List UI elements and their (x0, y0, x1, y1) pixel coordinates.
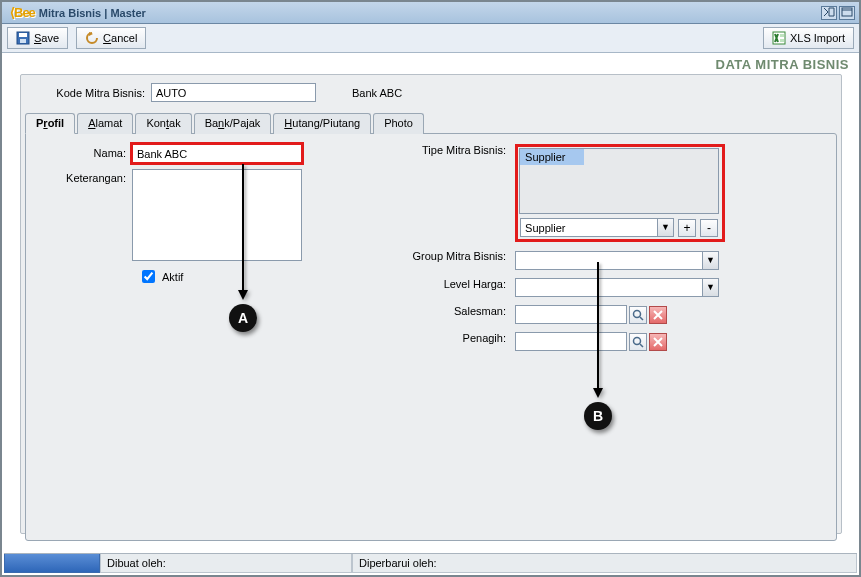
chevron-down-icon: ▼ (702, 252, 718, 269)
tab-hutang-piutang[interactable]: Hutang/Piutang (273, 113, 371, 134)
svg-rect-5 (773, 32, 785, 44)
tipe-add-button[interactable]: + (678, 219, 696, 237)
title-bar: ⟨Bee Mitra Bisnis | Master (2, 2, 859, 24)
entity-name-display: Bank ABC (352, 87, 402, 99)
penagih-clear-button[interactable] (649, 333, 667, 351)
keterangan-label: Keterangan: (36, 169, 132, 184)
tab-alamat[interactable]: Alamat (77, 113, 133, 134)
tab-bank-pajak[interactable]: Bank/Pajak (194, 113, 272, 134)
group-combo[interactable]: ▼ (515, 251, 719, 270)
tipe-listbox[interactable]: Supplier (519, 148, 719, 214)
annotation-arrowhead-b (593, 388, 603, 398)
penagih-label: Penagih: (404, 332, 512, 344)
salesman-label: Salesman: (404, 305, 512, 317)
nama-label: Nama: (36, 144, 132, 159)
tipe-group-highlight: Supplier Supplier ▼ + - (515, 144, 725, 242)
callout-b: B (584, 402, 612, 430)
svg-rect-4 (20, 39, 26, 43)
search-icon (632, 309, 644, 321)
form-panel: Kode Mitra Bisnis: Bank ABC Profil Alama… (20, 74, 842, 534)
svg-point-8 (634, 310, 641, 317)
penagih-search-button[interactable] (629, 333, 647, 351)
cancel-button[interactable]: Cancel (76, 27, 146, 49)
nama-input[interactable] (132, 144, 302, 163)
close-icon (653, 337, 663, 347)
svg-rect-6 (780, 34, 784, 37)
tab-strip: Profil Alamat Kontak Bank/Pajak Hutang/P… (25, 112, 837, 133)
svg-point-10 (634, 337, 641, 344)
salesman-clear-button[interactable] (649, 306, 667, 324)
annotation-arrow-b (597, 262, 599, 390)
tab-photo[interactable]: Photo (373, 113, 424, 134)
salesman-input[interactable] (515, 305, 627, 324)
undo-icon (85, 31, 99, 45)
kode-input[interactable] (151, 83, 316, 102)
minimize-window-icon[interactable] (821, 6, 837, 20)
maximize-window-icon[interactable] (839, 6, 855, 20)
annotation-arrowhead-a (238, 290, 248, 300)
annotation-arrow-a (242, 164, 244, 292)
tab-profil[interactable]: Profil (25, 113, 75, 134)
chevron-down-icon: ▼ (702, 279, 718, 296)
tipe-combo[interactable]: Supplier ▼ (520, 218, 674, 237)
svg-rect-7 (780, 39, 784, 42)
xls-import-button[interactable]: XLS Import (763, 27, 854, 49)
search-icon (632, 336, 644, 348)
tipe-combo-value: Supplier (525, 222, 565, 234)
svg-rect-0 (842, 8, 852, 16)
level-combo[interactable]: ▼ (515, 278, 719, 297)
close-icon (653, 310, 663, 320)
svg-line-11 (640, 344, 643, 347)
salesman-search-button[interactable] (629, 306, 647, 324)
tipe-remove-button[interactable]: - (700, 219, 718, 237)
keterangan-textarea[interactable] (132, 169, 302, 261)
app-logo: ⟨Bee (6, 5, 39, 20)
tab-body: Nama: Keterangan: Aktif Tipe Mitra Bisni… (25, 133, 837, 541)
status-created-by: Dibuat oleh: (100, 554, 352, 573)
status-progress (4, 554, 100, 573)
aktif-label: Aktif (162, 271, 183, 283)
save-button[interactable]: Save (7, 27, 68, 49)
status-updated-by: Diperbarui oleh: (352, 554, 857, 573)
level-label: Level Harga: (404, 278, 512, 290)
penagih-input[interactable] (515, 332, 627, 351)
svg-rect-3 (19, 33, 27, 37)
kode-label: Kode Mitra Bisnis: (33, 87, 145, 99)
xls-icon (772, 31, 786, 45)
toolbar: Save Cancel XLS Import (2, 24, 859, 53)
xls-import-label: XLS Import (790, 32, 845, 44)
aktif-checkbox[interactable] (142, 270, 155, 283)
status-bar: Dibuat oleh: Diperbarui oleh: (4, 553, 857, 573)
chevron-down-icon: ▼ (657, 219, 673, 236)
section-title: DATA MITRA BISNIS (2, 53, 859, 74)
tipe-list-item[interactable]: Supplier (520, 149, 584, 165)
tab-kontak[interactable]: Kontak (135, 113, 191, 134)
window-title: Mitra Bisnis | Master (39, 7, 146, 19)
tipe-label: Tipe Mitra Bisnis: (404, 144, 512, 156)
svg-line-9 (640, 317, 643, 320)
save-icon (16, 31, 30, 45)
callout-a: A (229, 304, 257, 332)
group-label: Group Mitra Bisnis: (404, 250, 512, 262)
